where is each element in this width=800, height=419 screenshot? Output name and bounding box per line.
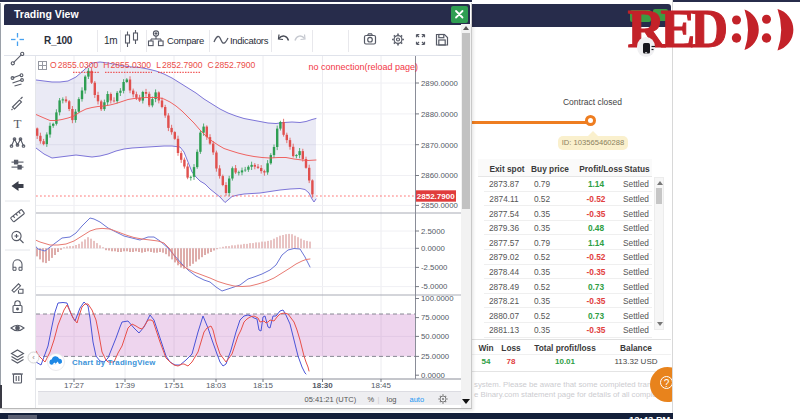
svg-text:75.0000: 75.0000 [421,313,450,322]
svg-text:25.0000: 25.0000 [421,352,450,361]
svg-text:2850.0000: 2850.0000 [421,201,459,210]
svg-text:17:27: 17:27 [64,381,85,390]
svg-text:-2.5000: -2.5000 [421,263,448,272]
svg-text:17:39: 17:39 [115,381,136,390]
svg-text:2880.0000: 2880.0000 [421,110,459,119]
svg-text:2890.0000: 2890.0000 [421,79,459,88]
svg-text:2870.0000: 2870.0000 [421,141,459,150]
svg-text:18:45: 18:45 [371,381,392,390]
svg-text:18:30: 18:30 [312,381,333,390]
svg-text:T: T [14,116,22,131]
svg-text:2860.0000: 2860.0000 [421,171,459,180]
svg-text:-5.0000: -5.0000 [421,282,448,291]
svg-text:2852.7900: 2852.7900 [417,192,455,201]
svg-text:2.5000: 2.5000 [421,227,446,236]
svg-text:100.0000: 100.0000 [421,294,454,303]
svg-text:17:51: 17:51 [164,381,185,390]
svg-text:no connection(reload page): no connection(reload page) [308,62,418,72]
svg-text:0.0000: 0.0000 [421,244,446,253]
svg-text:18:15: 18:15 [253,381,274,390]
svg-text:O2855.0300H2855.0300L2852.7900: O2855.0300H2855.0300L2852.7900C2852.7900 [50,60,256,70]
svg-text:18:03: 18:03 [206,381,227,390]
svg-text:Chart by TradingView: Chart by TradingView [72,358,156,367]
svg-text:0.0000: 0.0000 [421,371,446,380]
svg-text:50.0000: 50.0000 [421,332,450,341]
